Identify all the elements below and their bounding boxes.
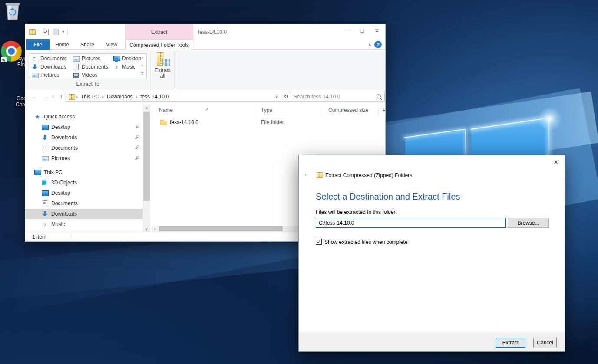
contextual-group-header: Extract bbox=[125, 24, 193, 39]
dialog-heading: Select a Destination and Extract Files bbox=[316, 192, 460, 202]
column-divider[interactable] bbox=[378, 107, 379, 115]
show-extracted-checkbox[interactable]: ✓ bbox=[316, 239, 322, 245]
column-header-name[interactable]: Name bbox=[159, 107, 173, 113]
desktop-icon bbox=[41, 124, 48, 131]
recent-locations-dropdown-icon[interactable]: ∨ bbox=[50, 92, 56, 102]
scrollbar-thumb[interactable] bbox=[159, 226, 283, 231]
column-divider[interactable] bbox=[321, 107, 321, 115]
destination-downloads[interactable]: Downloads bbox=[31, 62, 73, 71]
sidebar-item-documents[interactable]: Documents bbox=[25, 143, 143, 153]
destination-list-scroller: ▴ ▾ ▾ bbox=[138, 54, 146, 78]
cancel-button[interactable]: Cancel bbox=[533, 338, 557, 348]
breadcrumb-chevron-icon: › bbox=[75, 94, 79, 99]
destination-pictures-2[interactable]: Pictures bbox=[31, 71, 73, 79]
properties-icon[interactable] bbox=[42, 28, 49, 35]
google-chrome-shortcut[interactable]: ↖ Google Chrome bbox=[0, 41, 24, 62]
scroll-left-icon[interactable]: ‹ bbox=[152, 226, 158, 232]
breadcrumb-this-pc[interactable]: This PC bbox=[79, 94, 102, 100]
scrollbar-thumb[interactable] bbox=[143, 112, 150, 201]
sidebar-item-this-pc[interactable]: This PC bbox=[25, 167, 143, 177]
up-button[interactable]: ↑ bbox=[56, 92, 66, 102]
back-button[interactable]: ← bbox=[30, 92, 40, 102]
checkbox-label[interactable]: Show extracted files when complete bbox=[324, 239, 407, 245]
document-icon bbox=[31, 55, 38, 62]
text-caret bbox=[324, 220, 324, 226]
scroll-down-icon[interactable]: ▾ bbox=[141, 64, 143, 68]
document-icon bbox=[41, 144, 48, 151]
pin-icon bbox=[135, 135, 140, 140]
toolbar-separator bbox=[67, 29, 68, 35]
maximize-button[interactable]: □ bbox=[355, 24, 370, 37]
breadcrumb-chevron-icon: › bbox=[101, 94, 105, 99]
tab-file[interactable]: File bbox=[26, 39, 50, 50]
3d-cube-icon bbox=[41, 179, 48, 186]
sidebar-item-pc-music[interactable]: ♪ Music bbox=[25, 219, 143, 230]
minimize-button[interactable]: – bbox=[340, 24, 355, 37]
picture-icon bbox=[41, 155, 48, 162]
tab-home[interactable]: Home bbox=[55, 39, 69, 50]
recycle-bin-shortcut[interactable]: Recycle Bin bbox=[0, 1, 33, 22]
customize-toolbar-dropdown-icon[interactable]: ▾ bbox=[62, 30, 64, 34]
sidebar-item-downloads[interactable]: Downloads bbox=[25, 132, 143, 143]
help-icon[interactable]: ? bbox=[374, 41, 382, 48]
sidebar-item-3d-objects[interactable]: 3D Objects bbox=[25, 177, 143, 188]
forward-button[interactable]: → bbox=[41, 92, 50, 102]
destination-documents[interactable]: Documents bbox=[31, 54, 73, 62]
document-icon bbox=[41, 200, 48, 207]
breadcrumb-chevron-icon: › bbox=[135, 94, 138, 99]
sidebar-item-pictures[interactable]: Pictures bbox=[25, 153, 143, 164]
scroll-up-icon[interactable]: ∧ bbox=[143, 105, 150, 111]
sidebar-item-pc-desktop[interactable]: Desktop bbox=[25, 188, 143, 198]
dialog-back-icon[interactable]: ← bbox=[304, 170, 311, 178]
extract-all-button[interactable]: Extract all bbox=[152, 52, 173, 88]
sidebar-item-quick-access[interactable]: ★ Quick access bbox=[25, 111, 143, 122]
address-bar[interactable]: › This PC › Downloads › fess-14.10.0 ∨ bbox=[66, 92, 281, 102]
zip-folder-icon bbox=[68, 93, 75, 100]
destination-music[interactable]: ♪ Music bbox=[113, 62, 140, 71]
breadcrumb-downloads[interactable]: Downloads bbox=[105, 94, 135, 100]
document-icon bbox=[73, 63, 79, 70]
column-header-compressed-size[interactable]: Compressed size bbox=[328, 107, 369, 113]
close-button[interactable]: × bbox=[370, 24, 384, 37]
address-dropdown-icon[interactable]: ∨ bbox=[275, 95, 279, 99]
column-divider[interactable] bbox=[254, 107, 254, 115]
desktop-icon bbox=[41, 190, 48, 197]
sidebar-item-pc-documents[interactable]: Documents bbox=[25, 198, 143, 209]
file-row-fess-folder[interactable]: fess-14.10.0 File folder bbox=[152, 118, 385, 127]
navigation-scrollbar[interactable]: ∧ ∨ bbox=[143, 105, 150, 233]
search-box[interactable] bbox=[291, 92, 385, 102]
ribbon-group-label: Extract To bbox=[29, 81, 147, 87]
ribbon-separator bbox=[174, 52, 175, 87]
column-header-password[interactable]: P bbox=[383, 107, 385, 113]
tab-view[interactable]: View bbox=[106, 39, 117, 50]
search-input[interactable] bbox=[291, 94, 376, 100]
scroll-up-icon[interactable]: ▴ bbox=[141, 55, 143, 59]
explorer-titlebar[interactable]: ▾ Extract fess-14.10.0 – □ × bbox=[25, 24, 385, 39]
item-count: 1 item bbox=[32, 234, 46, 240]
sidebar-item-desktop[interactable]: Desktop bbox=[25, 122, 143, 132]
column-header-type[interactable]: Type bbox=[261, 107, 272, 113]
collapse-ribbon-icon[interactable]: ∧ bbox=[368, 42, 371, 47]
breadcrumb-current-folder[interactable]: fess-14.10.0 bbox=[138, 94, 171, 100]
sidebar-item-pc-downloads-selected[interactable]: Downloads bbox=[25, 209, 143, 219]
dialog-close-icon[interactable]: × bbox=[551, 157, 561, 167]
quick-access-toolbar: ▾ bbox=[29, 28, 68, 35]
download-arrow-icon bbox=[41, 134, 48, 141]
music-note-icon: ♪ bbox=[41, 221, 48, 228]
destination-videos[interactable]: Videos bbox=[73, 71, 113, 79]
destination-path-input[interactable] bbox=[316, 218, 506, 228]
destination-desktop[interactable]: Desktop bbox=[113, 54, 140, 62]
extract-button[interactable]: Extract bbox=[496, 338, 525, 348]
download-arrow-icon bbox=[41, 210, 48, 217]
music-note-icon: ♪ bbox=[113, 63, 120, 70]
pin-icon bbox=[135, 156, 140, 161]
tab-compressed-folder-tools[interactable]: Compressed Folder Tools bbox=[125, 39, 193, 50]
tab-share[interactable]: Share bbox=[80, 39, 94, 50]
more-destinations-icon[interactable]: ▾ bbox=[141, 72, 143, 77]
computer-icon bbox=[34, 169, 41, 176]
destination-documents-2[interactable]: Documents bbox=[73, 62, 113, 71]
destination-pictures[interactable]: Pictures bbox=[73, 54, 113, 62]
video-icon bbox=[73, 72, 79, 79]
new-folder-icon[interactable] bbox=[52, 28, 59, 35]
browse-button[interactable]: Browse... bbox=[508, 218, 549, 228]
